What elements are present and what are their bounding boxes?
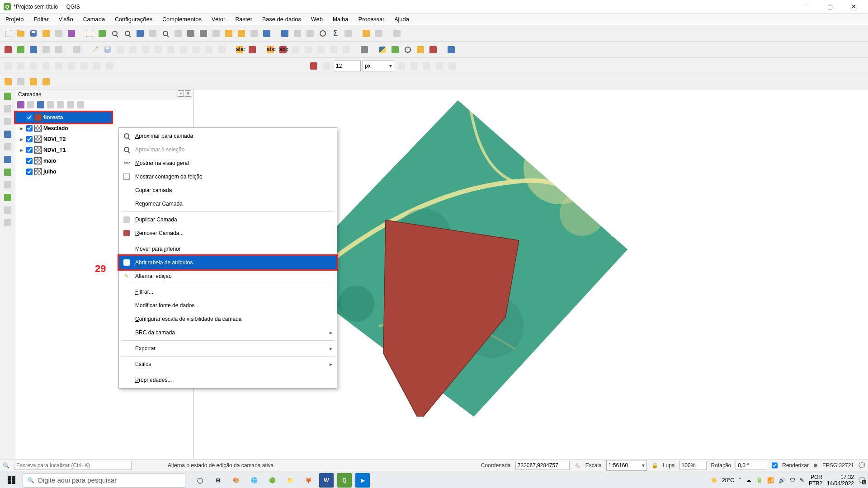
zoom-last-button[interactable] [185, 28, 196, 39]
menu-raster[interactable]: Raster [232, 15, 255, 23]
new-spatialite-button[interactable] [41, 44, 52, 55]
plugin-a-button[interactable] [415, 44, 426, 55]
adv-dig-1[interactable] [3, 61, 14, 71]
add-virtual-layer-button[interactable] [2, 218, 13, 228]
tray-pen-icon[interactable]: ✎ [800, 477, 804, 483]
new-shapefile-button[interactable] [28, 44, 39, 55]
snap-self-button[interactable] [434, 61, 445, 71]
ctx-src-da-camada[interactable]: SRC da camada▸ [119, 326, 337, 339]
processing-toolbox-button[interactable] [402, 44, 413, 55]
menu-visão[interactable]: Visão [56, 15, 76, 23]
delete-feature-button[interactable] [153, 44, 164, 55]
label-show-button[interactable] [303, 44, 314, 55]
layer-visibility-button[interactable] [37, 101, 44, 108]
zoom-next-button[interactable] [198, 28, 209, 39]
select-features-button[interactable] [3, 76, 14, 87]
data-source-manager-button[interactable] [3, 44, 14, 55]
add-wms-button[interactable] [2, 167, 13, 177]
new-map-view-button[interactable] [211, 28, 222, 39]
tray-security-icon[interactable]: 🛡 [790, 477, 795, 483]
refresh-button[interactable] [261, 28, 272, 39]
topo-edit-button[interactable] [396, 61, 407, 71]
tray-wifi-icon[interactable]: 📶 [767, 477, 774, 483]
save-edits-button[interactable] [102, 44, 113, 55]
layer-visibility-checkbox[interactable] [26, 169, 33, 175]
snap-intersect-button[interactable] [421, 61, 432, 71]
show-bookmarks-button[interactable] [236, 28, 247, 39]
label-props-button[interactable] [341, 44, 352, 55]
panel-float-button[interactable]: ▫ [178, 90, 184, 97]
menu-malha[interactable]: Malha [330, 15, 351, 23]
ctx-configurar-escala-de-visibilidade-da-camada[interactable]: Configurar escala de visibilidade da cam… [119, 312, 337, 326]
undo-button[interactable] [203, 44, 214, 55]
adv-dig-9[interactable] [104, 61, 115, 71]
ctx-copiar-camada[interactable]: Copiar camada [119, 183, 337, 197]
add-delimited-button[interactable] [2, 129, 13, 139]
layer-style-button[interactable] [17, 101, 24, 108]
ctx-alternar-edi-o[interactable]: ✎Alternar edição [119, 269, 337, 283]
task-cortana-icon[interactable]: ◯ [193, 473, 207, 488]
new-project-button[interactable] [3, 28, 14, 39]
tray-onedrive-icon[interactable]: ☁ [746, 477, 751, 483]
layer-visibility-checkbox[interactable] [26, 125, 33, 131]
task-edge-icon[interactable]: 🌐 [247, 473, 261, 488]
toolbox-button-a[interactable] [317, 28, 328, 39]
toggle-editing-button[interactable] [90, 44, 100, 55]
ctx-duplicar-camada[interactable]: Duplicar Camada [119, 213, 337, 226]
help-button[interactable] [446, 44, 457, 55]
ctx-exportar[interactable]: Exportar▸ [119, 342, 337, 355]
add-wcs-button[interactable] [2, 180, 13, 190]
add-feature-button[interactable] [115, 44, 126, 55]
ctx-propriedades-[interactable]: Propriedades... [119, 373, 337, 387]
cut-feature-button[interactable] [165, 44, 176, 55]
task-view-icon[interactable]: ⊞ [211, 473, 225, 488]
layer-collapse-button[interactable] [67, 101, 74, 108]
taskbar-search[interactable]: 🔍 Digite aqui para pesquisar [23, 473, 185, 488]
label-hide-button[interactable] [316, 44, 326, 55]
extents-icon[interactable]: 🐁 [574, 462, 581, 469]
task-chrome-icon[interactable]: 🟢 [265, 473, 279, 488]
layout-manager-button[interactable] [53, 28, 64, 39]
adv-dig-2[interactable] [15, 61, 26, 71]
plugin-globe-button[interactable] [359, 44, 370, 55]
label-pin-button[interactable] [290, 44, 301, 55]
python-console-button[interactable] [377, 44, 388, 55]
zoom-native-button[interactable] [173, 28, 184, 39]
layer-filter-button[interactable] [47, 101, 54, 108]
adv-dig-3[interactable] [28, 61, 39, 71]
measure-button[interactable] [343, 28, 354, 39]
layer-visibility-checkbox[interactable] [26, 136, 33, 142]
field-calc-button[interactable] [305, 28, 316, 39]
select-by-expr-button[interactable] [28, 76, 39, 87]
minimize-button[interactable]: — [797, 2, 816, 11]
identify-button[interactable] [279, 28, 290, 39]
open-attr-table-button[interactable] [292, 28, 303, 39]
locator-input[interactable] [14, 461, 132, 470]
menu-web[interactable]: Web [308, 15, 326, 23]
save-project-button[interactable] [28, 28, 39, 39]
tray-chevron-icon[interactable]: ˄ [739, 477, 741, 483]
start-button[interactable] [3, 473, 20, 488]
ctx-filtrar-[interactable]: Filtrar... [119, 285, 337, 299]
ctx-renomear-camada[interactable]: Renomear Camada [119, 197, 337, 211]
pan-button[interactable] [84, 28, 95, 39]
deselect-button[interactable] [41, 76, 52, 87]
task-qgis-icon[interactable]: Q [337, 473, 352, 488]
zoom-selection-button[interactable] [147, 28, 158, 39]
add-xyz-button[interactable] [2, 205, 13, 215]
diagram-button[interactable] [247, 44, 258, 55]
zoom-full-button[interactable] [135, 28, 146, 39]
new-print-layout-button[interactable] [41, 28, 52, 39]
paste-feature-button[interactable] [191, 44, 202, 55]
crs-icon[interactable]: ⊕ [813, 462, 818, 469]
weather-icon[interactable]: ☀️ [711, 477, 717, 483]
task-paint-icon[interactable]: 🎨 [229, 473, 243, 488]
task-explorer-icon[interactable]: 📁 [283, 473, 297, 488]
plugin-b-button[interactable] [428, 44, 439, 55]
menu-base de dados[interactable]: Base de dados [259, 15, 304, 23]
task-word-icon[interactable]: W [319, 473, 334, 488]
stats-button[interactable]: Σ [330, 28, 341, 39]
menu-projeto[interactable]: Projeto [3, 15, 27, 23]
menu-complementos[interactable]: Complementos [160, 15, 204, 23]
ctx-remover-camada-[interactable]: Remover Camada... [119, 226, 337, 240]
